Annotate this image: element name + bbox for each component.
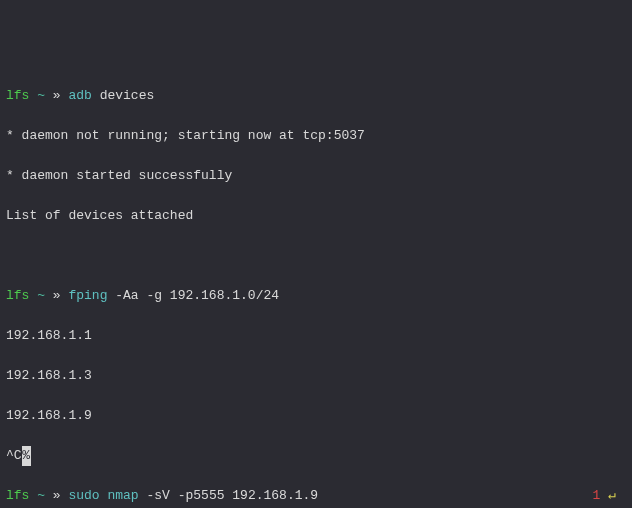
prompt-sep: ~ — [29, 88, 52, 103]
prompt-sep: ~ — [29, 288, 52, 303]
prompt-arrow: » — [53, 88, 69, 103]
cursor-icon: % — [22, 446, 31, 466]
cmd2-program: fping — [68, 288, 107, 303]
prompt-user: lfs — [6, 488, 29, 503]
prompt-sep: ~ — [29, 488, 52, 503]
error-arrow-icon: ↵ — [600, 488, 616, 503]
prompt-user: lfs — [6, 88, 29, 103]
out2-interrupt: ^C% — [6, 446, 626, 466]
out2-ip1: 192.168.1.1 — [6, 326, 626, 346]
cmd-line-3: lfs ~ » sudo nmap -sV -p5555 192.168.1.9… — [6, 486, 626, 506]
cmd2-args: -Aa -g 192.168.1.0/24 — [107, 288, 279, 303]
out1-l1: * daemon not running; starting now at tc… — [6, 126, 626, 146]
prompt-arrow: » — [53, 288, 69, 303]
out1-l2: * daemon started successfully — [6, 166, 626, 186]
prompt-user: lfs — [6, 288, 29, 303]
prompt-arrow: » — [53, 488, 69, 503]
interrupt-prefix: ^C — [6, 448, 22, 463]
cmd3-sudo: sudo — [68, 488, 99, 503]
blank-1 — [6, 246, 626, 266]
out2-ip3: 192.168.1.9 — [6, 406, 626, 426]
out2-ip2: 192.168.1.3 — [6, 366, 626, 386]
cmd-line-1: lfs ~ » adb devices — [6, 86, 626, 106]
cmd1-program: adb — [68, 88, 91, 103]
cmd1-args: devices — [92, 88, 154, 103]
out1-l3: List of devices attached — [6, 206, 626, 226]
error-indicator: 1 ↵ — [593, 486, 616, 506]
cmd-line-2: lfs ~ » fping -Aa -g 192.168.1.0/24 — [6, 286, 626, 306]
cmd3-args: -sV -p5555 192.168.1.9 — [139, 488, 318, 503]
cmd3-program: nmap — [107, 488, 138, 503]
